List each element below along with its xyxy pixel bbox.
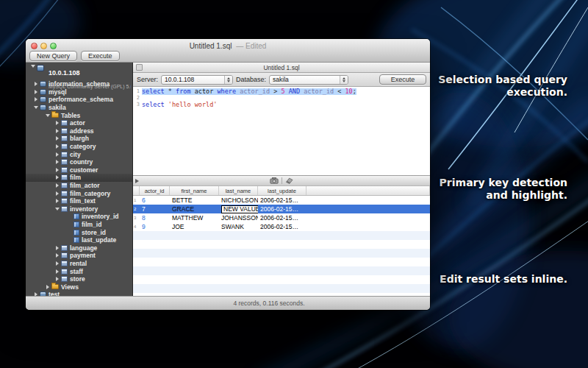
tree-item-store_id[interactable]: store_id xyxy=(26,228,132,236)
execute-toolbar-button[interactable]: Execute xyxy=(81,51,120,61)
minimize-button[interactable] xyxy=(40,43,47,49)
tree-item-film[interactable]: film xyxy=(26,174,132,182)
document-tab-title: Untitled 1.sql xyxy=(133,64,430,71)
query-bar: Server: 10.0.1.108 Database: sakila Exec… xyxy=(133,73,430,87)
tree-item-performance_schema[interactable]: performance_schema xyxy=(26,96,132,104)
cell-actor_id: 6 xyxy=(140,196,170,205)
column-header-last_update[interactable]: last_update xyxy=(258,186,306,195)
disclosure-right-icon[interactable] xyxy=(54,277,60,281)
disclosure-down-icon[interactable] xyxy=(45,114,51,117)
tree-item-staff[interactable]: staff xyxy=(26,267,132,275)
disclosure-down-icon[interactable] xyxy=(54,208,60,210)
disclosure-down-icon[interactable] xyxy=(30,65,36,68)
disclosure-right-icon[interactable] xyxy=(33,82,39,86)
disclosure-right-icon[interactable] xyxy=(54,253,60,258)
disclosure-down-icon[interactable] xyxy=(33,106,39,109)
tree-item-film_id[interactable]: film_id xyxy=(26,221,132,229)
disclosure-right-icon[interactable] xyxy=(54,168,60,172)
disclosure-right-icon[interactable] xyxy=(54,191,60,196)
sql-token-pl: * xyxy=(165,88,176,95)
disclosure-right-icon[interactable] xyxy=(54,199,60,203)
tree-item-actor[interactable]: actor xyxy=(26,119,132,127)
tree-item-label: store xyxy=(70,275,85,283)
zoom-button[interactable] xyxy=(50,43,57,49)
editor-line-text: select 'hello world' xyxy=(142,102,217,108)
table-icon xyxy=(61,269,68,275)
tree-item-city[interactable]: city xyxy=(26,150,132,158)
tree-item-test[interactable]: test xyxy=(26,291,132,296)
disclosure-right-icon[interactable] xyxy=(54,246,60,250)
disclosure-right-icon[interactable] xyxy=(54,175,60,180)
tree-item-category[interactable]: category xyxy=(26,143,132,151)
database-select[interactable]: sakila xyxy=(269,75,348,85)
results-empty-stripes xyxy=(133,231,430,296)
row-number: 3 xyxy=(133,213,140,222)
sql-token-pl: < xyxy=(334,88,345,95)
connection-item[interactable]: 10.0.1.108 MySQL Community Server (GPL) … xyxy=(26,63,132,80)
caption-primary-key: Primary key detection and highlight. xyxy=(440,177,567,202)
tree-item-film_text[interactable]: film_text xyxy=(26,197,132,205)
tree-item-sakila[interactable]: sakila xyxy=(26,104,132,112)
tree-item-Tables[interactable]: Tables xyxy=(26,111,132,119)
column-header-last_name[interactable]: last_name xyxy=(219,186,258,195)
server-icon xyxy=(37,65,44,71)
toolbar-divider xyxy=(282,177,282,184)
disclosure-right-icon[interactable] xyxy=(45,285,51,289)
tree-item-inventory[interactable]: inventory xyxy=(26,205,132,213)
disclosure-right-icon[interactable] xyxy=(33,97,39,102)
tree-item-film_actor[interactable]: film_actor xyxy=(26,182,132,190)
tree-item-payment[interactable]: payment xyxy=(26,252,132,260)
tree-item-film_category[interactable]: film_category xyxy=(26,189,132,197)
new-query-button[interactable]: New Query xyxy=(29,51,77,61)
table-row[interactable]: 27GRACENEW VALUE2006-02-15… xyxy=(133,205,430,213)
document-icon[interactable] xyxy=(136,64,143,71)
execute-query-button[interactable]: Execute xyxy=(379,74,426,85)
tree-item-blargh[interactable]: blargh xyxy=(26,135,132,143)
cell-filler xyxy=(306,222,430,231)
disclosure-right-icon[interactable] xyxy=(54,144,60,149)
title-bar[interactable]: Untitled 1.sql — Edited xyxy=(26,39,430,50)
tree-item-store[interactable]: store xyxy=(26,275,132,283)
cell-last_update: 2006-02-15… xyxy=(258,213,306,222)
tree-item-last_update[interactable]: last_update xyxy=(26,236,132,244)
tree-item-Views[interactable]: Views xyxy=(26,283,132,291)
cell-last_name: NEW VALUE xyxy=(219,205,258,213)
editor-line: 3select 'hello world' xyxy=(133,102,430,108)
sql-token-id: actor_id xyxy=(240,88,270,95)
tree-item-customer[interactable]: customer xyxy=(26,166,132,174)
empty-stripe xyxy=(133,284,430,293)
disclosure-right-icon[interactable] xyxy=(54,160,60,164)
tree-item-rental[interactable]: rental xyxy=(26,260,132,268)
disclosure-right-icon[interactable] xyxy=(54,269,60,274)
main-toolbar: New Query Execute xyxy=(26,50,430,62)
disclosure-right-icon[interactable] xyxy=(54,152,60,157)
disclosure-right-icon[interactable] xyxy=(33,90,39,94)
disclosure-right-icon[interactable] xyxy=(54,129,60,133)
export-camera-icon[interactable] xyxy=(270,177,279,184)
disclosure-right-icon[interactable] xyxy=(54,183,60,188)
tree-item-country[interactable]: country xyxy=(26,158,132,166)
tree-item-label: blargh xyxy=(70,135,89,142)
eraser-icon[interactable] xyxy=(285,177,293,184)
table-row[interactable]: 16BETTENICHOLSON2006-02-15… xyxy=(133,196,430,205)
server-select[interactable]: 10.0.1.108 xyxy=(161,75,233,85)
tree-item-address[interactable]: address xyxy=(26,127,132,135)
traffic-lights xyxy=(31,43,57,49)
column-header-first_name[interactable]: first_name xyxy=(170,186,219,195)
disclosure-right-icon[interactable] xyxy=(54,121,60,125)
server-select-value: 10.0.1.108 xyxy=(162,76,224,83)
tree-item-label: city xyxy=(70,151,81,158)
editor-line-text: select * from actor where actor_id > 5 A… xyxy=(142,88,356,95)
close-button[interactable] xyxy=(31,43,37,49)
tree-item-inventory_id[interactable]: inventory_id xyxy=(26,213,132,221)
disclosure-right-icon[interactable] xyxy=(54,261,60,266)
tree-item-label: country xyxy=(70,158,93,166)
disclosure-right-icon[interactable] xyxy=(54,136,60,141)
table-row[interactable]: 49JOESWANK2006-02-15… xyxy=(133,222,430,231)
column-header-actor_id[interactable]: actor_id xyxy=(140,186,170,195)
table-row[interactable]: 38MATTHEWJOHANSSON2006-02-15… xyxy=(133,213,430,222)
status-bar: 4 records, 0.116 seconds. xyxy=(26,296,430,310)
tree-item-language[interactable]: language xyxy=(26,244,132,252)
inline-edit-field[interactable]: NEW VALUE xyxy=(221,205,258,213)
sql-editor[interactable]: 1select * from actor where actor_id > 5 … xyxy=(133,87,430,175)
